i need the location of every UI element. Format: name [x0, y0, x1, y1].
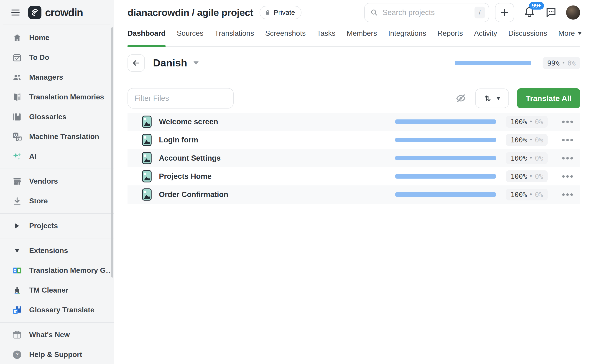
hamburger-menu-icon[interactable]	[11, 10, 20, 15]
create-project-button[interactable]	[495, 3, 514, 22]
notification-count-badge: 99+	[529, 2, 544, 10]
file-row[interactable]: Login form 100% • 0%	[127, 131, 580, 149]
crowdin-logo[interactable]: crowdin	[28, 6, 83, 19]
sidebar-divider	[0, 322, 114, 323]
sidebar-item-translation-memories[interactable]: Translation Memories	[0, 87, 114, 107]
sidebar-item-whats-new[interactable]: What's New	[0, 325, 114, 345]
tab-translations[interactable]: Translations	[215, 29, 254, 46]
crowdin-logo-icon	[28, 6, 41, 19]
sidebar-item-managers[interactable]: Managers	[0, 67, 114, 87]
gift-icon	[11, 330, 23, 340]
messages-button[interactable]	[545, 6, 557, 19]
chevron-down-icon	[496, 97, 500, 100]
sidebar-scrollbar-thumb[interactable]	[111, 27, 113, 278]
tab-dashboard[interactable]: Dashboard	[127, 29, 166, 46]
home-icon	[11, 33, 23, 43]
file-name[interactable]: Order Confirmation	[159, 190, 228, 199]
file-progress-bar	[395, 156, 496, 160]
eye-off-icon	[455, 93, 466, 104]
storefront-icon	[11, 176, 23, 186]
file-context-menu-button[interactable]	[561, 118, 574, 125]
approved-percent: 0%	[567, 59, 576, 67]
sidebar-item-todo[interactable]: To Do	[0, 48, 114, 67]
plus-icon	[500, 8, 509, 17]
image-file-icon	[142, 152, 152, 164]
file-row[interactable]: Order Confirmation 100% • 0%	[127, 185, 580, 204]
tab-screenshots[interactable]: Screenshots	[265, 29, 306, 46]
sidebar-item-glossary-translate[interactable]: Glossary Translate	[0, 300, 114, 320]
sidebar-item-extensions[interactable]: Extensions	[0, 241, 114, 260]
file-context-menu-button[interactable]	[561, 191, 574, 198]
svg-text:?: ?	[15, 351, 19, 358]
back-button[interactable]	[127, 54, 145, 72]
tab-more[interactable]: More	[558, 29, 582, 46]
file-name[interactable]: Projects Home	[159, 172, 212, 181]
image-file-icon	[142, 116, 152, 128]
sort-arrows-icon	[484, 94, 492, 102]
file-context-menu-button[interactable]	[561, 173, 574, 180]
file-progress-bar	[395, 174, 496, 179]
file-progress-badge: 100% • 0%	[506, 116, 548, 128]
image-file-icon	[142, 134, 152, 146]
topbar-actions: / 99+	[364, 3, 580, 22]
language-dropdown-caret-icon[interactable]	[193, 61, 199, 65]
tab-tasks[interactable]: Tasks	[317, 29, 336, 46]
search-box: /	[364, 3, 489, 22]
search-shortcut-hint: /	[474, 6, 485, 19]
file-name[interactable]: Account Settings	[159, 154, 221, 162]
crowdin-wordmark: crowdin	[45, 6, 83, 19]
file-name[interactable]: Login form	[159, 136, 198, 144]
crowdin-app: crowdin Home To Do	[0, 0, 592, 364]
tm-generator-icon	[11, 266, 23, 275]
project-title: dianacrowdin / agile project	[127, 7, 253, 18]
top-bar: dianacrowdin / agile project Private /	[127, 0, 580, 25]
tab-discussions[interactable]: Discussions	[508, 29, 547, 46]
file-name[interactable]: Welcome screen	[159, 117, 218, 126]
language-progress-bar	[455, 61, 532, 65]
sidebar-item-home[interactable]: Home	[0, 28, 114, 48]
file-context-menu-button[interactable]	[561, 155, 574, 162]
sidebar-item-projects[interactable]: Projects	[0, 216, 114, 236]
hide-completed-button[interactable]	[455, 93, 466, 104]
tab-members[interactable]: Members	[346, 29, 377, 46]
sidebar-item-help-support[interactable]: ? Help & Support	[0, 345, 114, 364]
sidebar-item-machine-translation[interactable]: G Machine Translation	[0, 127, 114, 147]
tab-activity[interactable]: Activity	[474, 29, 497, 46]
sidebar-item-vendors[interactable]: Vendors	[0, 171, 114, 191]
tab-reports[interactable]: Reports	[437, 29, 463, 46]
chevron-right-icon	[11, 223, 23, 228]
translate-all-button[interactable]: Translate All	[517, 88, 580, 108]
file-row[interactable]: Projects Home 100% • 0%	[127, 167, 580, 185]
sidebar-item-glossaries[interactable]: Glossaries	[0, 107, 114, 127]
sidebar-header: crowdin	[0, 0, 114, 25]
project-tabs: Dashboard Sources Translations Screensho…	[127, 29, 580, 47]
sidebar-item-ai[interactable]: AI	[0, 147, 114, 166]
main-area: dianacrowdin / agile project Private /	[114, 0, 592, 364]
tab-sources[interactable]: Sources	[177, 29, 203, 46]
chevron-down-icon	[11, 249, 23, 253]
sort-button[interactable]	[475, 89, 509, 108]
search-icon	[370, 9, 378, 16]
search-input[interactable]	[382, 8, 470, 17]
arrow-left-icon	[132, 59, 140, 67]
sidebar-item-tm-cleaner[interactable]: TM Cleaner	[0, 280, 114, 300]
file-row[interactable]: Account Settings 100% • 0%	[127, 149, 580, 167]
file-progress-badge: 100% • 0%	[506, 152, 548, 164]
sidebar-item-store[interactable]: Store	[0, 191, 114, 211]
files-toolbar: Translate All	[127, 88, 580, 109]
help-question-icon: ?	[11, 350, 23, 360]
tab-integrations[interactable]: Integrations	[388, 29, 426, 46]
sidebar-item-tm-generator[interactable]: Translation Memory Gene...	[0, 260, 114, 280]
file-progress-bar	[395, 119, 496, 124]
user-avatar[interactable]	[566, 6, 580, 20]
file-context-menu-button[interactable]	[561, 136, 574, 143]
file-row[interactable]: Welcome screen 100% • 0%	[127, 113, 580, 131]
privacy-badge: Private	[259, 6, 301, 19]
language-progress-badge: 99% • 0%	[543, 57, 580, 69]
machine-translation-icon: G	[11, 132, 23, 142]
language-progress-group: 99% • 0%	[455, 57, 580, 69]
lock-icon	[265, 10, 271, 16]
language-bar: Danish 99% • 0%	[127, 54, 580, 72]
notifications-button[interactable]: 99+	[523, 6, 536, 19]
filter-files-input[interactable]	[127, 88, 234, 109]
